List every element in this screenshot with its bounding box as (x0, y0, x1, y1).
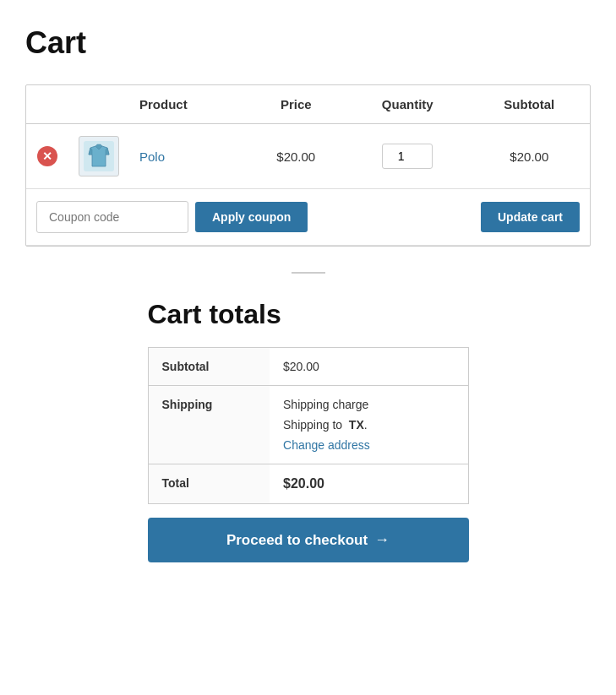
total-row: Total $20.00 (148, 464, 468, 504)
polo-shirt-icon (84, 141, 114, 171)
coupon-input[interactable] (36, 201, 188, 233)
cart-table: Product Price Quantity Subtotal ✕ (26, 85, 590, 246)
col-header-quantity: Quantity (346, 85, 469, 124)
thumbnail-cell (68, 124, 129, 189)
subtotal-value: $20.00 (270, 348, 468, 386)
arrow-icon: → (374, 531, 390, 549)
shipping-value-cell: Shipping charge Shipping to TX. Change a… (270, 386, 468, 464)
change-address-link[interactable]: Change address (283, 438, 370, 452)
subtotal-row: Subtotal $20.00 (148, 348, 468, 386)
product-quantity-cell (346, 124, 469, 189)
shipping-charge-text: Shipping charge (283, 398, 454, 411)
product-link[interactable]: Polo (139, 149, 165, 164)
update-cart-button[interactable]: Update cart (481, 202, 580, 232)
product-subtotal-cell: $20.00 (469, 124, 590, 189)
quantity-input[interactable] (382, 144, 433, 169)
apply-coupon-button[interactable]: Apply coupon (195, 202, 308, 232)
cart-totals-section: Cart totals Subtotal $20.00 Shipping Shi… (148, 299, 469, 504)
product-thumbnail (79, 136, 119, 176)
cart-table-wrapper: Product Price Quantity Subtotal ✕ (25, 84, 591, 247)
remove-cell: ✕ (26, 124, 68, 189)
col-header-remove (26, 85, 68, 124)
total-amount: $20.00 (283, 476, 324, 491)
coupon-area: Apply coupon (36, 201, 308, 233)
page-title: Cart (25, 25, 591, 61)
col-header-price: Price (246, 85, 346, 124)
proceed-to-checkout-button[interactable]: Proceed to checkout → (148, 518, 469, 562)
checkout-button-wrapper: Proceed to checkout → (148, 518, 469, 562)
subtotal-label: Subtotal (148, 348, 270, 386)
shipping-row: Shipping Shipping charge Shipping to TX.… (148, 386, 468, 464)
coupon-cell: Apply coupon Update cart (26, 189, 590, 246)
col-header-thumb (68, 85, 129, 124)
total-value-cell: $20.00 (270, 464, 468, 504)
table-row: ✕ (26, 124, 590, 189)
coupon-row: Apply coupon Update cart (26, 189, 590, 246)
coupon-actions: Apply coupon Update cart (36, 201, 580, 233)
remove-item-button[interactable]: ✕ (37, 146, 57, 166)
totals-table: Subtotal $20.00 Shipping Shipping charge… (148, 347, 469, 504)
product-name-cell: Polo (129, 124, 246, 189)
section-divider (292, 272, 325, 274)
cart-totals-title: Cart totals (148, 299, 469, 330)
checkout-button-label: Proceed to checkout (226, 532, 368, 549)
product-price-cell: $20.00 (246, 124, 346, 189)
shipping-label: Shipping (148, 386, 270, 464)
col-header-subtotal: Subtotal (469, 85, 590, 124)
shipping-to-text: Shipping to TX. (283, 418, 454, 432)
total-label: Total (148, 464, 270, 504)
col-header-product: Product (129, 85, 246, 124)
